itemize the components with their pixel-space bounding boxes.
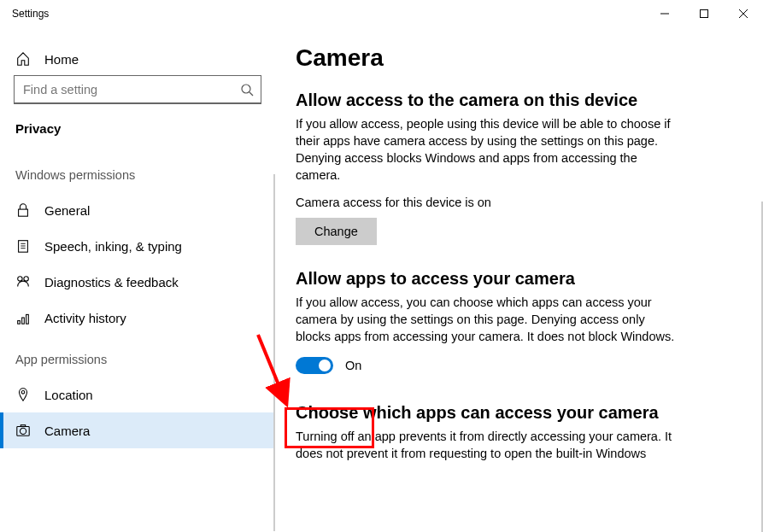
svg-rect-6 <box>19 209 28 216</box>
sidebar-item-diagnostics[interactable]: Diagnostics & feedback <box>0 264 275 300</box>
svg-rect-13 <box>18 321 21 324</box>
home-icon <box>15 51 32 67</box>
location-icon <box>15 387 32 402</box>
sidebar-item-label: Camera <box>44 424 90 438</box>
sidebar: Home Privacy Windows permissions General… <box>0 27 275 532</box>
section-description: If you allow access, people using this d… <box>296 115 680 184</box>
svg-point-16 <box>21 391 25 395</box>
svg-line-5 <box>249 92 253 96</box>
titlebar: Settings <box>0 0 763 27</box>
svg-rect-14 <box>22 318 25 324</box>
group-app-permissions: App permissions <box>0 336 275 377</box>
toggle-knob <box>319 360 331 371</box>
clipboard-icon <box>15 238 32 254</box>
sidebar-item-location[interactable]: Location <box>0 377 275 412</box>
apps-access-toggle[interactable] <box>296 357 333 374</box>
svg-point-11 <box>18 277 22 281</box>
svg-rect-15 <box>26 314 29 324</box>
search-icon <box>240 83 254 99</box>
sidebar-item-label: General <box>44 203 90 218</box>
window-title: Settings <box>12 8 49 20</box>
minimize-icon <box>660 9 669 18</box>
sidebar-item-general[interactable]: General <box>0 192 275 228</box>
search-box[interactable] <box>14 75 261 104</box>
sidebar-divider <box>273 174 275 531</box>
minimize-button[interactable] <box>645 0 684 27</box>
svg-point-18 <box>20 428 26 434</box>
feedback-icon <box>15 274 32 289</box>
lock-icon <box>15 202 32 218</box>
sidebar-item-label: Location <box>44 388 93 402</box>
svg-point-4 <box>242 85 250 93</box>
maximize-button[interactable] <box>684 0 724 27</box>
section-description: Turning off an app prevents it from dire… <box>296 428 680 462</box>
camera-icon <box>15 423 32 438</box>
section-description: If you allow access, you can choose whic… <box>296 294 680 345</box>
sidebar-home[interactable]: Home <box>0 43 275 75</box>
close-icon <box>739 9 748 18</box>
section-apps-access: Allow apps to access your camera If you … <box>296 269 744 374</box>
svg-rect-1 <box>701 10 708 18</box>
group-windows-permissions: Windows permissions <box>0 151 275 192</box>
page-title: Camera <box>296 44 744 72</box>
svg-point-12 <box>24 277 28 281</box>
section-heading: Allow apps to access your camera <box>296 269 744 289</box>
close-button[interactable] <box>724 0 763 27</box>
sidebar-item-speech[interactable]: Speech, inking, & typing <box>0 228 275 264</box>
svg-rect-7 <box>19 241 28 253</box>
window-controls <box>645 0 763 27</box>
toggle-state-label: On <box>345 359 361 372</box>
section-heading: Choose which apps can access your camera <box>296 403 744 423</box>
maximize-icon <box>700 9 708 18</box>
device-access-status: Camera access for this device is on <box>296 196 744 209</box>
sidebar-item-activity[interactable]: Activity history <box>0 300 275 336</box>
section-choose-apps: Choose which apps can access your camera… <box>296 403 744 462</box>
home-label: Home <box>44 52 79 67</box>
section-device-access: Allow access to the camera on this devic… <box>296 91 744 245</box>
main-content: Camera Allow access to the camera on thi… <box>275 27 763 532</box>
sidebar-item-label: Diagnostics & feedback <box>44 275 179 289</box>
sidebar-item-label: Activity history <box>44 311 126 325</box>
search-input[interactable] <box>15 83 261 96</box>
svg-rect-19 <box>21 425 25 427</box>
history-icon <box>15 310 32 325</box>
sidebar-item-label: Speech, inking, & typing <box>44 239 182 254</box>
section-heading: Allow access to the camera on this devic… <box>296 91 744 110</box>
change-button[interactable]: Change <box>296 218 377 245</box>
category-privacy: Privacy <box>0 118 275 151</box>
sidebar-item-camera[interactable]: Camera <box>0 412 275 448</box>
